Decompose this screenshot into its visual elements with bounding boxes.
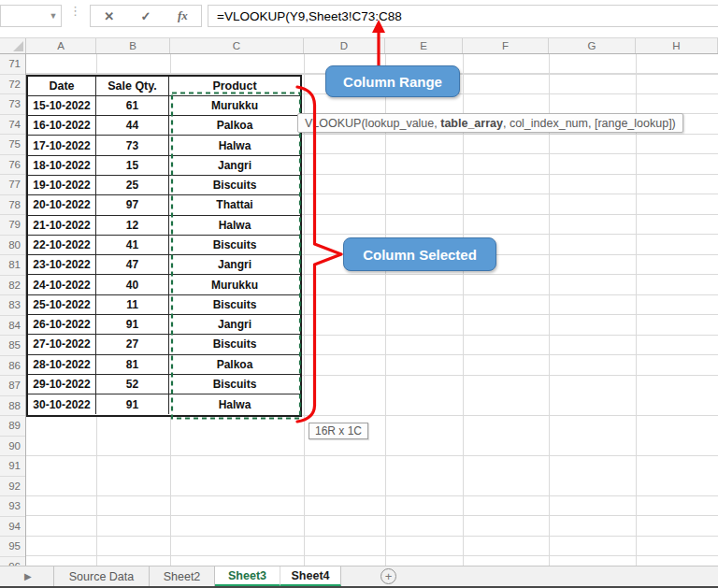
table-cell[interactable]: 81 [96, 355, 169, 375]
excel-window: ▼ ⋮ ✕ ✓ fx =VLOOKUP(Y9,Sheet3!C73:C88 AB… [0, 0, 718, 588]
column-range-callout: Column Range [325, 65, 460, 97]
table-cell[interactable]: 52 [96, 375, 169, 394]
table-cell[interactable]: Biscuits [169, 236, 300, 255]
tab-sheet4[interactable]: Sheet4 [280, 566, 341, 586]
table-cell[interactable]: 27-10-2022 [28, 335, 96, 354]
table-header-cell[interactable]: Product [169, 77, 300, 96]
table-cell[interactable]: Palkoa [169, 355, 300, 375]
table-cell[interactable]: 44 [96, 116, 169, 136]
table-cell[interactable]: 30-10-2022 [28, 394, 96, 414]
row-header-95[interactable]: 95 [0, 537, 25, 557]
row-header-80[interactable]: 80 [0, 236, 25, 256]
table-cell[interactable]: 23-10-2022 [28, 255, 96, 275]
row-header-82[interactable]: 82 [0, 276, 25, 296]
table-cell[interactable]: 12 [96, 216, 169, 236]
column-header-e[interactable]: E [385, 38, 463, 53]
insert-function-icon[interactable]: fx [178, 8, 188, 23]
tab-sheet2[interactable]: Sheet2 [150, 566, 215, 586]
row-header-74[interactable]: 74 [0, 115, 25, 136]
formula-input[interactable]: =VLOOKUP(Y9,Sheet3!C73:C88 [208, 5, 718, 27]
table-cell[interactable]: Halwa [169, 216, 300, 236]
row-header-88[interactable]: 88 [0, 396, 25, 417]
table-cell[interactable]: 91 [96, 315, 169, 335]
table-cell[interactable]: 27 [96, 335, 169, 354]
row-header-93[interactable]: 93 [0, 496, 25, 517]
table-cell[interactable]: 40 [96, 275, 169, 294]
row-header-85[interactable]: 85 [0, 336, 25, 356]
table-cell[interactable]: 25 [96, 176, 169, 195]
table-cell[interactable]: 91 [96, 394, 169, 414]
row-header-77[interactable]: 77 [0, 175, 25, 195]
row-header-76[interactable]: 76 [0, 155, 25, 176]
table-cell[interactable]: 41 [96, 236, 169, 255]
row-header-84[interactable]: 84 [0, 316, 25, 337]
row-header-90[interactable]: 90 [0, 437, 25, 457]
name-box-dropdown-icon[interactable]: ▼ [46, 11, 61, 21]
table-cell[interactable]: 15 [96, 156, 169, 176]
table-cell[interactable]: 21-10-2022 [28, 216, 96, 236]
table-cell[interactable]: Halwa [169, 394, 300, 414]
table-cell[interactable]: Palkoa [169, 116, 300, 136]
table-cell[interactable]: 18-10-2022 [28, 156, 96, 176]
table-cell[interactable]: 17-10-2022 [28, 136, 96, 155]
row-header-94[interactable]: 94 [0, 517, 25, 538]
column-header-h[interactable]: H [636, 38, 718, 53]
table-cell[interactable]: Jangri [169, 255, 300, 275]
column-header-b[interactable]: B [96, 38, 170, 53]
row-header-96[interactable]: 96 [0, 557, 25, 566]
table-header-cell[interactable]: Date [28, 77, 96, 96]
table-cell[interactable]: Jangri [169, 156, 300, 176]
cancel-icon[interactable]: ✕ [104, 9, 114, 23]
select-all-corner[interactable] [0, 38, 26, 53]
column-header-f[interactable]: F [463, 38, 549, 53]
row-header-89[interactable]: 89 [0, 416, 25, 437]
tab-sheet3[interactable]: Sheet3 [215, 566, 280, 586]
column-header-g[interactable]: G [549, 38, 636, 53]
row-header-78[interactable]: 78 [0, 195, 25, 216]
table-cell[interactable]: 20-10-2022 [28, 195, 96, 215]
table-cell[interactable]: Murukku [169, 275, 300, 294]
table-cell[interactable]: 28-10-2022 [28, 355, 96, 375]
add-sheet-button[interactable]: + [381, 568, 396, 584]
table-cell[interactable]: 61 [96, 96, 169, 116]
row-header-92[interactable]: 92 [0, 477, 25, 497]
table-cell[interactable]: 26-10-2022 [28, 315, 96, 335]
tab-source-data[interactable]: Source Data [53, 566, 150, 586]
row-header-87[interactable]: 87 [0, 376, 25, 396]
table-cell[interactable]: Biscuits [169, 295, 300, 315]
table-cell[interactable]: 97 [96, 195, 169, 215]
row-header-72[interactable]: 72 [0, 75, 25, 95]
table-cell[interactable]: Biscuits [169, 335, 300, 354]
table-cell[interactable]: Jangri [169, 315, 300, 335]
tab-scroll-right-icon[interactable]: ▶ [0, 566, 53, 586]
table-cell[interactable]: 73 [96, 136, 169, 155]
row-header-73[interactable]: 73 [0, 94, 25, 115]
table-cell[interactable]: 11 [96, 295, 169, 315]
column-header-d[interactable]: D [304, 38, 385, 53]
table-cell[interactable]: Biscuits [169, 176, 300, 195]
column-header-c[interactable]: C [170, 38, 304, 53]
row-header-91[interactable]: 91 [0, 456, 25, 477]
table-cell[interactable]: Halwa [169, 136, 300, 155]
table-header-cell[interactable]: Sale Qty. [96, 77, 169, 96]
table-cell[interactable]: 15-10-2022 [28, 96, 96, 116]
row-header-71[interactable]: 71 [0, 54, 25, 75]
name-box[interactable]: ▼ [0, 5, 62, 27]
table-cell[interactable]: Murukku [169, 96, 300, 116]
row-header-75[interactable]: 75 [0, 135, 25, 155]
table-cell[interactable]: Thattai [169, 195, 300, 215]
table-cell[interactable]: 24-10-2022 [28, 275, 96, 294]
row-header-79[interactable]: 79 [0, 215, 25, 236]
table-cell[interactable]: 29-10-2022 [28, 375, 96, 394]
table-cell[interactable]: 22-10-2022 [28, 236, 96, 255]
row-header-83[interactable]: 83 [0, 295, 25, 316]
table-cell[interactable]: Biscuits [169, 375, 300, 394]
table-cell[interactable]: 19-10-2022 [28, 176, 96, 195]
enter-icon[interactable]: ✓ [141, 9, 151, 23]
table-cell[interactable]: 16-10-2022 [28, 116, 96, 136]
row-header-81[interactable]: 81 [0, 255, 25, 276]
table-cell[interactable]: 47 [96, 255, 169, 275]
column-header-a[interactable]: A [26, 38, 96, 53]
row-header-86[interactable]: 86 [0, 356, 25, 377]
table-cell[interactable]: 25-10-2022 [28, 295, 96, 315]
